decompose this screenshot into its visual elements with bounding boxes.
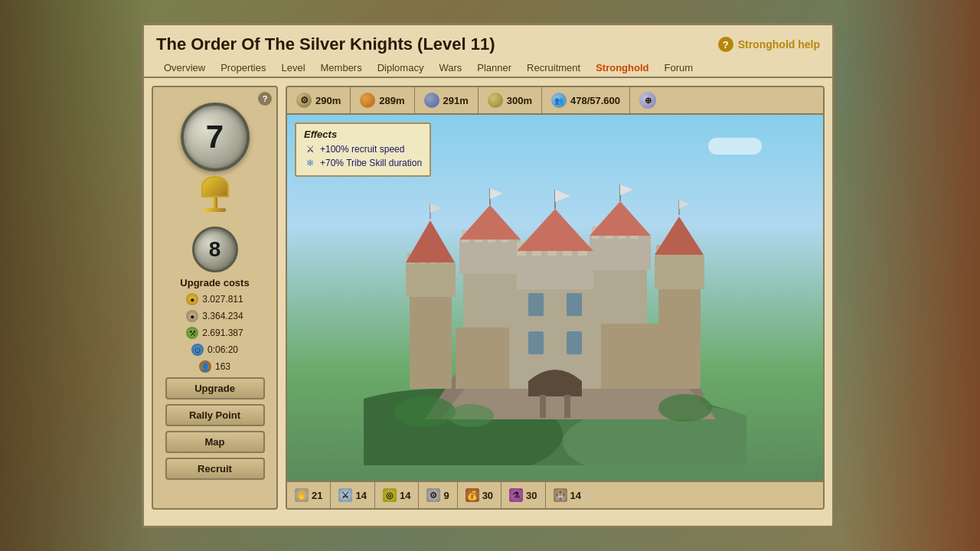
time-icon: ⊙ bbox=[191, 344, 204, 356]
svg-rect-50 bbox=[528, 293, 544, 316]
svg-rect-55 bbox=[601, 324, 658, 389]
svg-rect-10 bbox=[406, 262, 456, 297]
sword-stat-icon: ⚔ bbox=[338, 488, 352, 502]
upgrade-costs-label: Upgrade costs bbox=[180, 277, 249, 289]
resource-stone-value: 300m bbox=[507, 95, 532, 106]
menu-resource-icon: ⊕ bbox=[639, 92, 656, 109]
hand-stat-icon: 🤚 bbox=[295, 488, 309, 502]
recruit-speed-icon: ⚔ bbox=[304, 143, 316, 155]
cost-time-value: 0:06:20 bbox=[207, 344, 238, 355]
stats-bar: 🤚 21 ⚔ 14 ◎ 14 ⚙ 9 💰 30 bbox=[287, 481, 823, 508]
svg-marker-34 bbox=[517, 209, 593, 251]
people-icon: 👥 bbox=[551, 93, 567, 108]
main-container: The Order Of The Silver Knights (Level 1… bbox=[142, 23, 835, 528]
map-button[interactable]: Map bbox=[165, 431, 265, 453]
next-level-badge: 8 bbox=[192, 227, 238, 272]
resource-stone: 300m bbox=[479, 87, 542, 113]
cost-gold-row: ● 3.027.811 bbox=[161, 293, 269, 305]
potion-stat-icon: ⚗ bbox=[509, 488, 523, 502]
resource-population: 👥 478/57.600 bbox=[542, 87, 630, 113]
svg-marker-40 bbox=[555, 190, 570, 202]
nav-forum[interactable]: Forum bbox=[656, 59, 701, 77]
axe-icon bbox=[424, 93, 439, 108]
nav-planner[interactable]: Planner bbox=[469, 59, 519, 77]
tribe-skill-icon: ❄ bbox=[304, 157, 316, 169]
nav-level[interactable]: Level bbox=[273, 59, 312, 77]
panel-help-icon[interactable]: ? bbox=[258, 92, 272, 106]
page-title: The Order Of The Silver Knights (Level 1… bbox=[156, 34, 495, 54]
navigation: Overview Properties Level Members Diplom… bbox=[144, 54, 832, 78]
cost-pop-row: 👤 163 bbox=[161, 360, 269, 373]
nav-members[interactable]: Members bbox=[313, 59, 370, 77]
cost-food-row: ● 3.364.234 bbox=[161, 310, 269, 322]
nav-properties[interactable]: Properties bbox=[213, 59, 273, 77]
svg-marker-48 bbox=[679, 200, 690, 209]
resource-wood: 291m bbox=[415, 87, 479, 113]
nav-recruitment[interactable]: Recruitment bbox=[519, 59, 588, 77]
food-icon: ● bbox=[186, 310, 198, 322]
cost-wood-value: 2.691.387 bbox=[202, 328, 243, 338]
svg-marker-36 bbox=[590, 201, 651, 236]
effects-box: Effects ⚔ +100% recruit speed ❄ +70% Tri… bbox=[295, 122, 431, 177]
stat-castle-value: 14 bbox=[570, 490, 581, 501]
nav-stronghold[interactable]: Stronghold bbox=[588, 59, 656, 77]
resource-food-value: 289m bbox=[379, 95, 404, 106]
resource-wheel-value: 290m bbox=[315, 95, 341, 106]
effect-recruit-speed: ⚔ +100% recruit speed bbox=[304, 143, 422, 155]
rally-point-button[interactable]: Rally Point bbox=[165, 404, 265, 426]
stat-sword-value: 14 bbox=[355, 490, 366, 501]
right-panel: ⚙ 290m 289m 291m 300m 👥 478/57.600 bbox=[286, 86, 825, 510]
svg-rect-11 bbox=[658, 282, 701, 389]
trophy-stem bbox=[213, 197, 217, 208]
help-circle-icon: ? bbox=[718, 37, 733, 52]
stat-hand-value: 21 bbox=[312, 490, 322, 501]
castle-illustration bbox=[364, 174, 746, 465]
bread-icon bbox=[360, 93, 375, 108]
trophy-icon bbox=[196, 176, 234, 222]
svg-rect-52 bbox=[528, 331, 544, 354]
bg-right-overlay bbox=[842, 0, 980, 551]
stronghold-help-button[interactable]: ? Stronghold help bbox=[718, 37, 820, 52]
svg-rect-57 bbox=[564, 395, 570, 418]
cost-time-row: ⊙ 0:06:20 bbox=[161, 344, 269, 356]
bag-stat-icon: 💰 bbox=[466, 488, 479, 502]
svg-rect-6 bbox=[459, 240, 521, 274]
stat-gear: ⚙ 9 bbox=[419, 482, 457, 508]
svg-marker-42 bbox=[490, 188, 503, 199]
svg-rect-49 bbox=[528, 381, 582, 389]
svg-marker-38 bbox=[655, 217, 704, 255]
svg-marker-37 bbox=[406, 220, 455, 262]
ring-stat-icon: ◎ bbox=[383, 488, 397, 502]
help-label: Stronghold help bbox=[738, 38, 820, 51]
svg-marker-35 bbox=[459, 205, 521, 240]
svg-rect-54 bbox=[456, 328, 509, 389]
svg-rect-53 bbox=[567, 331, 582, 354]
nav-wars[interactable]: Wars bbox=[431, 59, 469, 77]
svg-marker-44 bbox=[620, 184, 633, 195]
stat-ring-value: 14 bbox=[400, 490, 410, 501]
stat-bag: 💰 30 bbox=[458, 482, 501, 508]
resource-food: 289m bbox=[351, 87, 414, 113]
svg-rect-56 bbox=[540, 395, 546, 418]
resource-bar: ⚙ 290m 289m 291m 300m 👥 478/57.600 bbox=[287, 87, 823, 115]
stat-hand: 🤚 21 bbox=[287, 482, 331, 508]
trophy-base bbox=[204, 208, 226, 212]
castle-area: Effects ⚔ +100% recruit speed ❄ +70% Tri… bbox=[287, 115, 823, 481]
svg-rect-9 bbox=[410, 289, 452, 389]
stat-gear-value: 9 bbox=[443, 490, 449, 501]
wheel-icon: ⚙ bbox=[296, 93, 312, 108]
nav-diplomacy[interactable]: Diplomacy bbox=[370, 59, 432, 77]
nav-overview[interactable]: Overview bbox=[156, 59, 213, 77]
cost-food-value: 3.364.234 bbox=[202, 311, 243, 321]
resource-menu[interactable]: ⊕ bbox=[630, 87, 665, 113]
stat-sword: ⚔ 14 bbox=[331, 482, 374, 508]
current-level-badge: 7 bbox=[181, 103, 250, 171]
castle-stat-icon: 🏰 bbox=[554, 488, 567, 502]
upgrade-button[interactable]: Upgrade bbox=[165, 377, 265, 399]
svg-rect-51 bbox=[567, 293, 582, 316]
recruit-button[interactable]: Recruit bbox=[165, 458, 265, 480]
gear-stat-icon: ⚙ bbox=[426, 488, 440, 502]
stat-bag-value: 30 bbox=[482, 490, 493, 501]
stat-potion: ⚗ 30 bbox=[501, 482, 545, 508]
effects-title: Effects bbox=[304, 129, 422, 140]
